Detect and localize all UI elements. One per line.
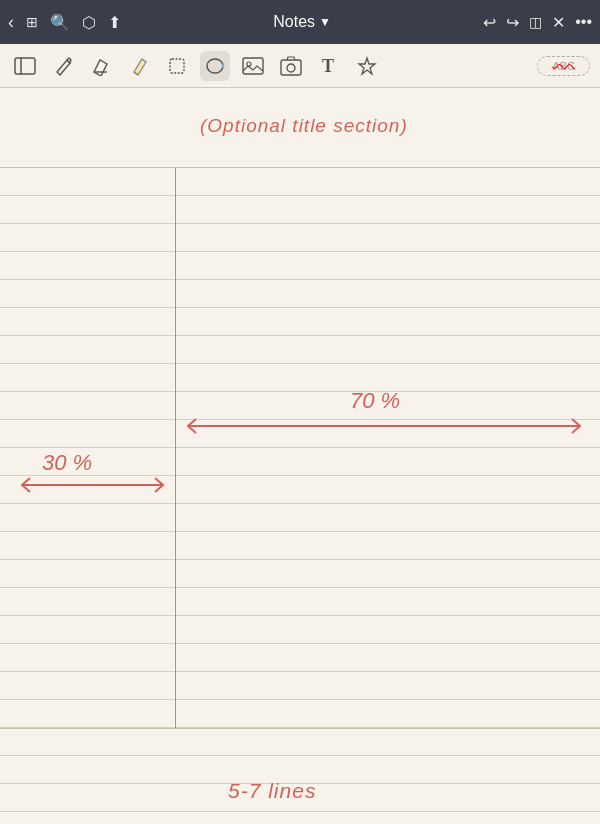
line-11 [0,448,600,476]
search-button[interactable]: 🔍 [50,13,70,32]
pen-tool[interactable] [48,51,78,81]
line-21 [0,728,600,756]
line-18 [0,644,600,672]
undo-button[interactable]: ↩ [483,13,496,32]
lasso-tool[interactable] [200,51,230,81]
svg-text:T: T [322,56,334,76]
shapes-tool[interactable] [352,51,382,81]
sidebar-toggle-tool[interactable] [10,51,40,81]
nav-right: ↩ ↪ ◫ ✕ ••• [483,13,592,32]
nav-center: Notes ▼ [273,13,331,31]
close-button[interactable]: ✕ [552,13,565,32]
line-2 [0,196,600,224]
spell-check-button[interactable]: ABC [537,56,590,76]
line-24 [0,812,600,824]
vertical-divider [175,168,176,729]
line-15 [0,560,600,588]
text-tool[interactable]: T [314,51,344,81]
line-9 [0,392,600,420]
selection-tool[interactable] [162,51,192,81]
line-22 [0,756,600,784]
line-3 [0,224,600,252]
share-button[interactable]: ⬆ [108,13,121,32]
svg-rect-0 [15,58,35,74]
toolbar: T ABC [0,44,600,88]
svg-point-10 [287,64,295,72]
line-20 [0,700,600,728]
line-14 [0,532,600,560]
line-13 [0,504,600,532]
line-7 [0,336,600,364]
line-1 [0,168,600,196]
line-10 [0,420,600,448]
line-17 [0,616,600,644]
line-23 [0,784,600,812]
line-5 [0,280,600,308]
line-4 [0,252,600,280]
svg-rect-9 [281,60,301,75]
lined-paper [0,88,600,824]
page-title: Notes [273,13,315,31]
note-canvas: (Optional title section) 30 % 70 % 5-7 l… [0,88,600,824]
back-button[interactable]: ‹ [8,12,14,33]
svg-rect-4 [170,59,184,73]
svg-point-8 [247,62,251,66]
svg-point-5 [207,59,223,73]
line-12 [0,476,600,504]
svg-point-6 [222,64,225,67]
eraser-tool[interactable] [86,51,116,81]
line-19 [0,672,600,700]
redo-button[interactable]: ↪ [506,13,519,32]
image-tool[interactable] [238,51,268,81]
line-6 [0,308,600,336]
lined-area [0,168,600,824]
nav-left: ‹ ⊞ 🔍 ⬡ ⬆ [8,12,121,33]
grid-button[interactable]: ⊞ [26,14,38,30]
title-section [0,88,600,168]
svg-rect-7 [243,58,263,74]
line-16 [0,588,600,616]
highlighter-tool[interactable] [124,51,154,81]
bookmark-button[interactable]: ⬡ [82,13,96,32]
export-button[interactable]: ◫ [529,14,542,30]
bottom-section-line [0,728,600,729]
more-button[interactable]: ••• [575,13,592,31]
line-8 [0,364,600,392]
nav-bar: ‹ ⊞ 🔍 ⬡ ⬆ Notes ▼ ↩ ↪ ◫ ✕ ••• [0,0,600,44]
camera-tool[interactable] [276,51,306,81]
title-chevron[interactable]: ▼ [319,15,331,29]
